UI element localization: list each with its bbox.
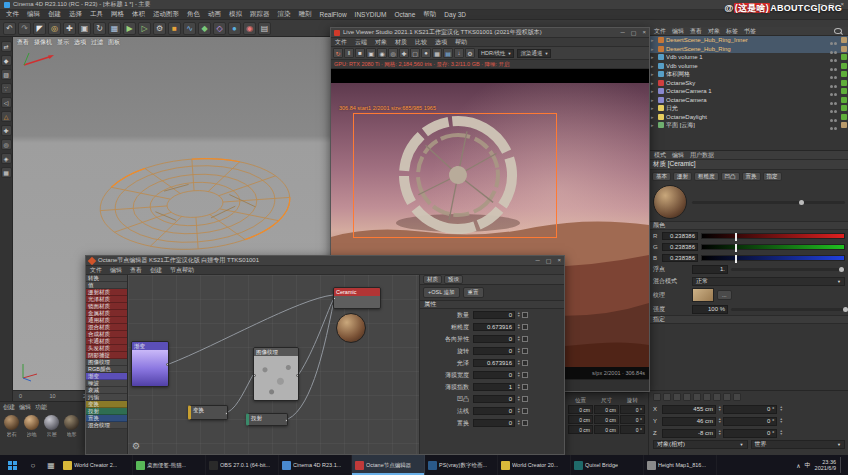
material-menu-item[interactable]: 编辑 — [19, 403, 31, 412]
object-row[interactable]: ▸ Vdb volume 1 — [649, 53, 848, 62]
parameter-value-field[interactable]: 0 — [473, 311, 515, 319]
node-props-tab[interactable]: 材质 — [423, 275, 442, 284]
node-projection[interactable]: 投射 — [246, 413, 288, 426]
object-manager-menu-item[interactable]: 文件 — [651, 27, 669, 36]
menu-item[interactable]: 选择 — [65, 10, 86, 19]
parameter-checkbox[interactable] — [522, 360, 528, 366]
taskbar-app[interactable]: Cinema 4D R23.1... — [279, 455, 352, 475]
settings-icon[interactable]: ⚙ — [465, 48, 475, 58]
attribute-menu-item[interactable]: 用户数据 — [687, 151, 717, 160]
viewport-menu-item[interactable]: 查看 — [15, 38, 31, 47]
material-preview-sphere[interactable] — [653, 185, 687, 219]
undo-icon[interactable]: ↶ — [3, 22, 16, 35]
coordinate-field[interactable]: 0 cm — [594, 405, 619, 414]
node-category[interactable]: 转换 — [86, 275, 127, 282]
attribute-tab-chip[interactable]: 指定 — [763, 172, 782, 181]
node-category[interactable]: 混合纹理 — [86, 422, 127, 429]
menu-item[interactable]: 渲染 — [274, 10, 295, 19]
coordinate-field[interactable]: 0 ° — [620, 405, 645, 414]
mix-mode-select[interactable]: 正常▼ — [692, 277, 845, 286]
taskbar-app[interactable]: 桌面便签-熊猫... — [133, 455, 206, 475]
menu-item[interactable]: 工具 — [86, 10, 107, 19]
node-category[interactable]: 卡通材质 — [86, 338, 127, 345]
node-material[interactable]: Ceramic — [333, 287, 381, 309]
search-icon[interactable] — [834, 28, 842, 34]
material-menu-item[interactable]: 功能 — [35, 403, 47, 412]
node-category[interactable]: 合成材质 — [86, 331, 127, 338]
scale-tool-icon[interactable]: ▣ — [78, 22, 91, 35]
menu-item[interactable]: 动画 — [204, 10, 225, 19]
lv-menu-item[interactable]: 材质 — [391, 38, 411, 47]
coord-icon[interactable] — [683, 393, 691, 401]
camera-sync-icon[interactable]: ◉ — [377, 48, 387, 58]
ne-menu-item[interactable]: 查看 — [126, 266, 146, 275]
node-graph-canvas[interactable]: 渐变 图像纹理 变换 投射 Ceramic — [128, 275, 419, 454]
expand-caret[interactable]: ▸ — [651, 46, 656, 52]
node-category[interactable]: 值 — [86, 282, 127, 289]
object-tag-icon[interactable] — [841, 97, 847, 103]
save-image-icon[interactable]: ↓ — [454, 48, 464, 58]
node-category[interactable]: 阴影捕捉 — [86, 352, 127, 359]
viewport-menu-item[interactable]: 面板 — [106, 38, 122, 47]
parameter-checkbox[interactable] — [522, 312, 528, 318]
parameter-value-field[interactable]: 0.673916 — [473, 323, 515, 331]
show-desktop-button[interactable] — [840, 457, 843, 473]
render-view-icon[interactable]: ▶ — [123, 22, 136, 35]
pause-render-icon[interactable]: ‖ — [344, 48, 354, 58]
lv-close-button[interactable]: × — [642, 29, 646, 36]
object-row[interactable]: ▸ OctaneCamera — [649, 96, 848, 105]
lv-menu-item[interactable]: 比较 — [411, 38, 431, 47]
node-category[interactable]: RGB颜色 — [86, 366, 127, 373]
parameter-value-field[interactable]: 1 — [473, 383, 515, 391]
menu-item[interactable]: INSYDIUM — [351, 11, 391, 18]
make-editable-icon[interactable]: ⇄ — [1, 41, 12, 52]
rotate-tool-icon[interactable]: ↻ — [93, 22, 106, 35]
menu-item[interactable]: RealFlow — [316, 11, 351, 18]
object-tag-icon[interactable] — [841, 54, 847, 60]
coord-icon[interactable] — [663, 393, 671, 401]
parameter-checkbox[interactable] — [522, 420, 528, 426]
color-slider[interactable] — [701, 233, 845, 239]
redo-icon[interactable]: ↷ — [18, 22, 31, 35]
menu-item[interactable]: 帮助 — [419, 10, 440, 19]
parameter-checkbox[interactable] — [522, 408, 528, 414]
parameter-value-field[interactable]: 0 — [473, 419, 515, 427]
power-value-field[interactable]: 100 % — [692, 305, 728, 314]
material-picker-icon[interactable]: ✚ — [399, 48, 409, 58]
menu-item[interactable]: Octane — [390, 11, 419, 18]
display-mode-dropdown[interactable]: HDR/线性▼ — [478, 49, 514, 58]
preview-size-slider[interactable] — [692, 201, 845, 204]
object-tag-icon[interactable] — [841, 80, 847, 86]
lv-menu-item[interactable]: 云端 — [351, 38, 371, 47]
node-image-texture[interactable]: 图像纹理 — [253, 347, 299, 401]
parameter-value-field[interactable]: 0 — [473, 335, 515, 343]
coordinate-field[interactable]: 0 cm — [568, 405, 593, 414]
object-manager-menu-item[interactable]: 对象 — [705, 27, 723, 36]
lv-menu-item[interactable]: 对象 — [371, 38, 391, 47]
tray-caret-icon[interactable]: ∧ — [796, 462, 800, 469]
model-mode-icon[interactable]: ◆ — [1, 55, 12, 66]
coord-icon[interactable] — [673, 393, 681, 401]
expand-caret[interactable]: ▸ — [651, 54, 656, 60]
coordinate-system-icon[interactable]: ▦ — [108, 22, 121, 35]
coordinate-field[interactable]: 0 ° — [620, 415, 645, 424]
expand-caret[interactable]: ▸ — [651, 105, 656, 111]
lv-maximize-button[interactable]: ▢ — [631, 29, 637, 36]
node-category[interactable]: 投射 — [86, 408, 127, 415]
node-category[interactable]: 衰减 — [86, 387, 127, 394]
parameter-value-field[interactable]: 0 — [473, 407, 515, 415]
snap-icon[interactable]: ◈ — [1, 153, 12, 164]
coord-icon[interactable] — [723, 393, 731, 401]
ring-wireframe[interactable] — [70, 149, 320, 259]
object-tag-icon[interactable] — [841, 105, 847, 111]
coord-icon[interactable] — [713, 393, 721, 401]
parameter-checkbox[interactable] — [522, 396, 528, 402]
position-field[interactable]: 455 cm — [662, 405, 716, 414]
focus-picker-icon[interactable]: ◎ — [388, 48, 398, 58]
language-indicator[interactable]: 中 — [805, 461, 811, 470]
object-row[interactable]: ▸ DesertScene_Hub_Ring — [649, 45, 848, 54]
taskbar-app[interactable]: Quixel Bridge — [571, 455, 644, 475]
position-field[interactable]: 46 cm — [662, 417, 716, 426]
workplane-icon[interactable]: ▦ — [1, 167, 12, 178]
camera-icon[interactable]: ◉ — [243, 22, 256, 35]
